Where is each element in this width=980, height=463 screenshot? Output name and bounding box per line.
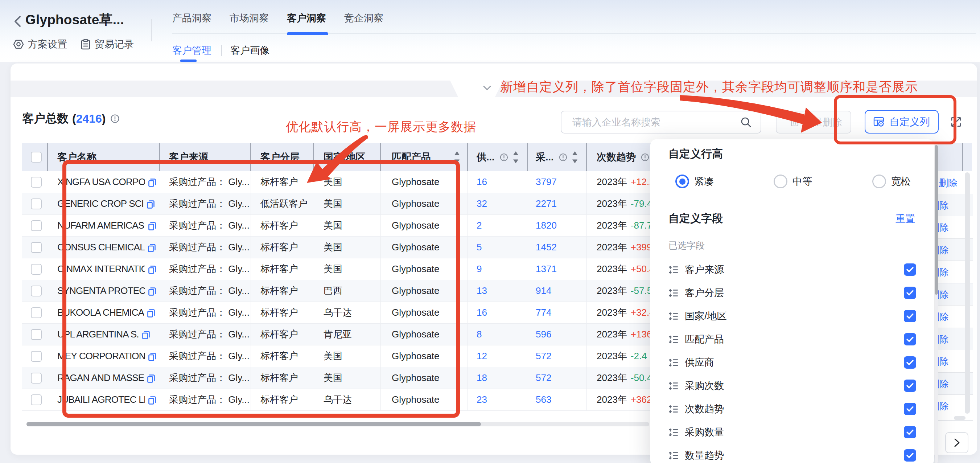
drag-handle-icon[interactable] [668, 451, 678, 460]
company-search-input[interactable]: 请输入企业名称搜索 [561, 111, 761, 134]
total-info-icon[interactable] [110, 114, 120, 123]
delete-row-label[interactable]: 删除 [938, 266, 949, 278]
delete-row-label[interactable]: 删除 [938, 244, 949, 256]
delete-row-label[interactable]: 删除 [938, 222, 949, 233]
delete-row-link[interactable]: 删除 [938, 378, 961, 390]
drag-handle-icon[interactable] [668, 382, 678, 390]
purchases-count-link[interactable]: 1452 [536, 242, 557, 253]
field-checkbox-checked[interactable] [904, 356, 916, 369]
delete-row-link[interactable]: 删除 [938, 222, 961, 233]
column-sort-icon[interactable] [572, 151, 578, 164]
scheme-settings-button[interactable]: 方案设置 [13, 38, 67, 50]
delete-row-label[interactable]: 删除 [938, 356, 949, 367]
column-info-icon[interactable] [500, 153, 508, 161]
trade-records-button[interactable]: 贸易记录 [81, 38, 134, 50]
drag-handle-icon[interactable] [668, 428, 678, 437]
row-checkbox[interactable] [31, 198, 42, 209]
suppliers-count-link[interactable]: 8 [477, 329, 482, 340]
field-checkbox-checked[interactable] [904, 287, 916, 299]
delete-row-label[interactable]: 删除 [938, 311, 949, 323]
row-height-option-1[interactable]: 紧凑 [675, 174, 714, 188]
search-icon[interactable] [740, 117, 752, 128]
purchases-count-link[interactable]: 1820 [536, 220, 557, 231]
purchases-count-link[interactable]: 572 [536, 372, 551, 383]
subtab-2[interactable]: 客户画像 [230, 44, 269, 57]
field-checkbox-checked[interactable] [904, 403, 916, 415]
column-sort-icon[interactable] [513, 151, 519, 164]
delete-row-link[interactable]: 删除 [938, 311, 961, 323]
row-checkbox[interactable] [31, 242, 42, 253]
horizontal-scrollbar-thumb[interactable] [27, 422, 481, 426]
purchases-count-link[interactable]: 914 [536, 285, 551, 297]
collapse-chevron-icon[interactable] [482, 85, 492, 91]
field-checkbox-checked[interactable] [904, 426, 916, 438]
column-info-icon[interactable] [641, 153, 649, 161]
delete-row-link[interactable]: 删除 [938, 200, 961, 211]
delete-row-link[interactable]: 删除 [938, 177, 961, 189]
field-checkbox-checked[interactable] [904, 380, 916, 392]
select-all-checkbox[interactable] [31, 152, 42, 163]
suppliers-count-link[interactable]: 23 [477, 394, 487, 405]
row-checkbox[interactable] [31, 394, 42, 405]
purchases-count-link[interactable]: 3797 [536, 176, 557, 188]
purchases-count-link[interactable]: 1371 [536, 263, 557, 275]
popover-scrollbar-thumb[interactable] [935, 145, 938, 295]
reset-link[interactable]: 重置 [896, 212, 915, 225]
delete-row-label[interactable]: 删除 [938, 289, 949, 300]
suppliers-count-link[interactable]: 5 [477, 242, 482, 253]
delete-row-link[interactable]: 删除 [938, 244, 961, 256]
delete-row-link[interactable]: 删除 [938, 334, 961, 345]
purchases-count-link[interactable]: 2271 [536, 198, 557, 209]
field-checkbox-checked[interactable] [904, 333, 916, 345]
row-checkbox[interactable] [31, 177, 42, 188]
row-checkbox[interactable] [31, 307, 42, 318]
row-checkbox[interactable] [31, 220, 42, 231]
delete-row-link[interactable]: 删除 [938, 400, 961, 412]
row-checkbox[interactable] [31, 286, 42, 297]
drag-handle-icon[interactable] [668, 289, 678, 297]
drag-handle-icon[interactable] [668, 265, 678, 274]
purchases-count-link[interactable]: 572 [536, 351, 551, 362]
suppliers-count-link[interactable]: 18 [477, 372, 487, 383]
suppliers-count-link[interactable]: 32 [477, 198, 487, 209]
field-checkbox-checked[interactable] [904, 310, 916, 322]
tab-2[interactable]: 市场洞察 [229, 11, 269, 25]
delete-row-link[interactable]: 删除 [938, 266, 961, 278]
column-info-icon[interactable] [559, 153, 567, 161]
row-height-option-2[interactable]: 中等 [774, 174, 812, 188]
row-checkbox[interactable] [31, 329, 42, 340]
row-checkbox[interactable] [31, 373, 42, 383]
suppliers-count-link[interactable]: 2 [477, 220, 482, 231]
delete-row-link[interactable]: 删除 [938, 356, 961, 367]
suppliers-count-link[interactable]: 16 [477, 176, 487, 188]
purchases-count-link[interactable]: 596 [536, 329, 551, 340]
vertical-scrollbar-thumb[interactable] [965, 172, 970, 414]
tab-3[interactable]: 客户洞察 [287, 11, 326, 25]
purchases-count-link[interactable]: 563 [536, 394, 551, 405]
suppliers-count-link[interactable]: 9 [477, 263, 482, 275]
delete-row-label[interactable]: 删除 [939, 177, 958, 189]
row-checkbox[interactable] [31, 351, 42, 362]
delete-row-label[interactable]: 删除 [938, 200, 949, 211]
field-checkbox-checked[interactable] [904, 449, 916, 461]
delete-row-label[interactable]: 删除 [938, 378, 949, 390]
suppliers-count-link[interactable]: 16 [477, 307, 487, 318]
tab-4[interactable]: 竞企洞察 [344, 11, 383, 25]
subtab-1[interactable]: 客户管理 [172, 44, 212, 57]
drag-handle-icon[interactable] [668, 312, 678, 321]
suppliers-count-link[interactable]: 12 [477, 351, 487, 362]
delete-row-link[interactable]: 删除 [938, 289, 961, 300]
drag-handle-icon[interactable] [668, 335, 678, 344]
delete-row-label[interactable]: 删除 [938, 334, 949, 345]
delete-row-label[interactable]: 删除 [938, 400, 949, 412]
tab-1[interactable]: 产品洞察 [172, 11, 212, 25]
filter-collapse-notch[interactable] [450, 81, 503, 97]
drag-handle-icon[interactable] [668, 358, 678, 367]
row-checkbox[interactable] [31, 264, 42, 275]
field-checkbox-checked[interactable] [904, 263, 916, 276]
suppliers-count-link[interactable]: 13 [477, 285, 487, 297]
row-height-option-3[interactable]: 宽松 [872, 174, 911, 188]
purchases-count-link[interactable]: 774 [536, 307, 551, 318]
next-page-button[interactable] [945, 432, 968, 453]
drag-handle-icon[interactable] [668, 405, 678, 414]
